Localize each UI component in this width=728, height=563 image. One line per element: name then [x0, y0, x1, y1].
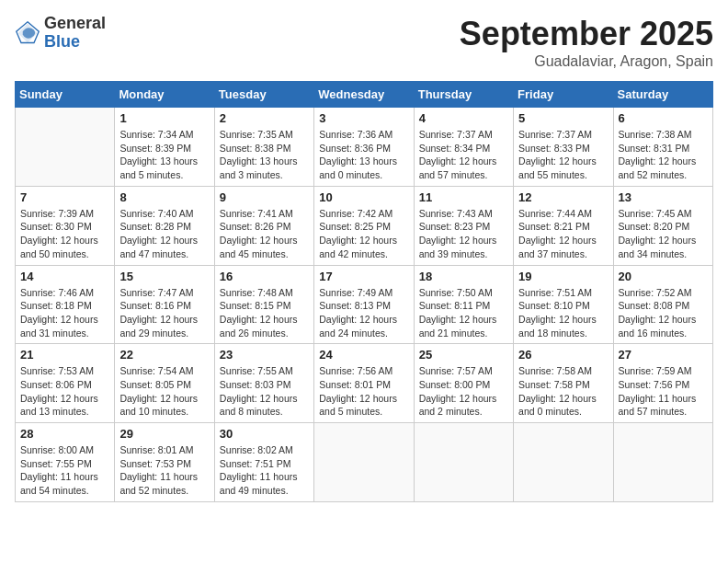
calendar-cell: 25Sunrise: 7:57 AMSunset: 8:00 PMDayligh…: [414, 344, 513, 423]
calendar-cell: 1Sunrise: 7:34 AMSunset: 8:39 PMDaylight…: [115, 108, 214, 187]
calendar-cell: 11Sunrise: 7:43 AMSunset: 8:23 PMDayligh…: [414, 186, 513, 265]
calendar-cell: 17Sunrise: 7:49 AMSunset: 8:13 PMDayligh…: [314, 265, 414, 344]
calendar-cell: [16, 108, 115, 187]
day-detail: Sunrise: 7:35 AMSunset: 8:38 PMDaylight:…: [220, 128, 309, 182]
day-detail: Sunrise: 8:00 AMSunset: 7:55 PMDaylight:…: [20, 443, 109, 498]
day-number: 27: [619, 348, 708, 362]
day-detail: Sunrise: 7:37 AMSunset: 8:33 PMDaylight:…: [518, 128, 608, 182]
calendar-cell: 20Sunrise: 7:52 AMSunset: 8:08 PMDayligh…: [613, 265, 712, 344]
day-detail: Sunrise: 7:37 AMSunset: 8:34 PMDaylight:…: [419, 128, 508, 182]
day-number: 22: [119, 348, 209, 362]
calendar-cell: 27Sunrise: 7:59 AMSunset: 7:56 PMDayligh…: [613, 344, 712, 423]
day-detail: Sunrise: 7:48 AMSunset: 8:15 PMDaylight:…: [220, 286, 309, 340]
calendar-cell: 14Sunrise: 7:46 AMSunset: 8:18 PMDayligh…: [16, 265, 115, 344]
day-number: 2: [220, 111, 309, 125]
calendar-cell: 23Sunrise: 7:55 AMSunset: 8:03 PMDayligh…: [214, 344, 313, 423]
page-header: General Blue September 2025 Guadalaviar,…: [15, 15, 713, 70]
calendar-cell: [314, 423, 414, 502]
calendar-cell: 12Sunrise: 7:44 AMSunset: 8:21 PMDayligh…: [514, 186, 613, 265]
day-detail: Sunrise: 8:02 AMSunset: 7:51 PMDaylight:…: [220, 443, 309, 498]
day-detail: Sunrise: 7:34 AMSunset: 8:39 PMDaylight:…: [119, 128, 209, 182]
day-detail: Sunrise: 7:47 AMSunset: 8:16 PMDaylight:…: [119, 286, 209, 340]
calendar-header-monday: Monday: [115, 82, 214, 108]
day-detail: Sunrise: 7:45 AMSunset: 8:20 PMDaylight:…: [619, 207, 708, 261]
logo-general: General: [44, 15, 106, 33]
calendar-cell: 10Sunrise: 7:42 AMSunset: 8:25 PMDayligh…: [314, 186, 414, 265]
day-detail: Sunrise: 7:50 AMSunset: 8:11 PMDaylight:…: [419, 286, 508, 340]
day-number: 4: [419, 111, 508, 125]
day-number: 6: [619, 111, 708, 125]
day-number: 3: [319, 111, 408, 125]
calendar-cell: 29Sunrise: 8:01 AMSunset: 7:53 PMDayligh…: [115, 423, 214, 502]
calendar-cell: 5Sunrise: 7:37 AMSunset: 8:33 PMDaylight…: [514, 108, 613, 187]
location: Guadalaviar, Aragon, Spain: [460, 53, 713, 70]
calendar-cell: 15Sunrise: 7:47 AMSunset: 8:16 PMDayligh…: [115, 265, 214, 344]
calendar-cell: 6Sunrise: 7:38 AMSunset: 8:31 PMDaylight…: [613, 108, 712, 187]
day-number: 8: [119, 190, 209, 204]
calendar-cell: 8Sunrise: 7:40 AMSunset: 8:28 PMDaylight…: [115, 186, 214, 265]
day-detail: Sunrise: 7:41 AMSunset: 8:26 PMDaylight:…: [220, 207, 309, 261]
calendar-cell: 21Sunrise: 7:53 AMSunset: 8:06 PMDayligh…: [16, 344, 115, 423]
calendar: SundayMondayTuesdayWednesdayThursdayFrid…: [15, 81, 713, 502]
calendar-header-thursday: Thursday: [414, 82, 513, 108]
day-detail: Sunrise: 7:46 AMSunset: 8:18 PMDaylight:…: [20, 286, 109, 340]
calendar-header-sunday: Sunday: [16, 82, 115, 108]
day-number: 7: [20, 190, 109, 204]
day-detail: Sunrise: 7:56 AMSunset: 8:01 PMDaylight:…: [319, 364, 408, 419]
day-detail: Sunrise: 7:38 AMSunset: 8:31 PMDaylight:…: [619, 128, 708, 182]
week-row-1: 1Sunrise: 7:34 AMSunset: 8:39 PMDaylight…: [16, 108, 713, 187]
day-detail: Sunrise: 7:44 AMSunset: 8:21 PMDaylight:…: [518, 207, 608, 261]
week-row-4: 21Sunrise: 7:53 AMSunset: 8:06 PMDayligh…: [16, 344, 713, 423]
calendar-cell: [414, 423, 513, 502]
calendar-cell: 3Sunrise: 7:36 AMSunset: 8:36 PMDaylight…: [314, 108, 414, 187]
calendar-cell: 2Sunrise: 7:35 AMSunset: 8:38 PMDaylight…: [214, 108, 313, 187]
day-number: 10: [319, 190, 408, 204]
day-detail: Sunrise: 7:52 AMSunset: 8:08 PMDaylight:…: [619, 286, 708, 340]
calendar-cell: 26Sunrise: 7:58 AMSunset: 7:58 PMDayligh…: [514, 344, 613, 423]
day-detail: Sunrise: 7:53 AMSunset: 8:06 PMDaylight:…: [20, 364, 109, 419]
calendar-header-wednesday: Wednesday: [314, 82, 414, 108]
calendar-cell: [613, 423, 712, 502]
calendar-cell: 7Sunrise: 7:39 AMSunset: 8:30 PMDaylight…: [16, 186, 115, 265]
day-detail: Sunrise: 7:49 AMSunset: 8:13 PMDaylight:…: [319, 286, 408, 340]
title-block: September 2025 Guadalaviar, Aragon, Spai…: [460, 15, 713, 70]
day-number: 21: [20, 348, 109, 362]
day-detail: Sunrise: 7:42 AMSunset: 8:25 PMDaylight:…: [319, 207, 408, 261]
day-number: 15: [119, 270, 209, 283]
calendar-header-tuesday: Tuesday: [214, 82, 313, 108]
day-detail: Sunrise: 7:58 AMSunset: 7:58 PMDaylight:…: [518, 364, 608, 419]
logo-icon: [15, 20, 40, 46]
day-number: 20: [619, 270, 708, 283]
day-detail: Sunrise: 7:59 AMSunset: 7:56 PMDaylight:…: [619, 364, 708, 419]
day-detail: Sunrise: 7:39 AMSunset: 8:30 PMDaylight:…: [20, 207, 109, 261]
day-detail: Sunrise: 7:51 AMSunset: 8:10 PMDaylight:…: [518, 286, 608, 340]
day-number: 17: [319, 270, 408, 283]
day-detail: Sunrise: 7:55 AMSunset: 8:03 PMDaylight:…: [220, 364, 309, 419]
day-detail: Sunrise: 8:01 AMSunset: 7:53 PMDaylight:…: [119, 443, 209, 498]
calendar-cell: 28Sunrise: 8:00 AMSunset: 7:55 PMDayligh…: [16, 423, 115, 502]
day-detail: Sunrise: 7:43 AMSunset: 8:23 PMDaylight:…: [419, 207, 508, 261]
month-title: September 2025: [460, 15, 713, 53]
logo-text: General Blue: [44, 15, 106, 52]
calendar-cell: 22Sunrise: 7:54 AMSunset: 8:05 PMDayligh…: [115, 344, 214, 423]
calendar-cell: 24Sunrise: 7:56 AMSunset: 8:01 PMDayligh…: [314, 344, 414, 423]
calendar-cell: 9Sunrise: 7:41 AMSunset: 8:26 PMDaylight…: [214, 186, 313, 265]
calendar-cell: 4Sunrise: 7:37 AMSunset: 8:34 PMDaylight…: [414, 108, 513, 187]
calendar-header-saturday: Saturday: [613, 82, 712, 108]
day-number: 26: [518, 348, 608, 362]
calendar-header-friday: Friday: [514, 82, 613, 108]
day-number: 29: [119, 427, 209, 441]
day-number: 16: [220, 270, 309, 283]
day-number: 19: [518, 270, 608, 283]
day-number: 11: [419, 190, 508, 204]
logo-blue: Blue: [44, 33, 106, 52]
calendar-cell: 19Sunrise: 7:51 AMSunset: 8:10 PMDayligh…: [514, 265, 613, 344]
day-number: 5: [518, 111, 608, 125]
calendar-header-row: SundayMondayTuesdayWednesdayThursdayFrid…: [16, 82, 713, 108]
calendar-cell: 18Sunrise: 7:50 AMSunset: 8:11 PMDayligh…: [414, 265, 513, 344]
week-row-2: 7Sunrise: 7:39 AMSunset: 8:30 PMDaylight…: [16, 186, 713, 265]
day-detail: Sunrise: 7:40 AMSunset: 8:28 PMDaylight:…: [119, 207, 209, 261]
day-number: 12: [518, 190, 608, 204]
day-number: 18: [419, 270, 508, 283]
day-number: 24: [319, 348, 408, 362]
